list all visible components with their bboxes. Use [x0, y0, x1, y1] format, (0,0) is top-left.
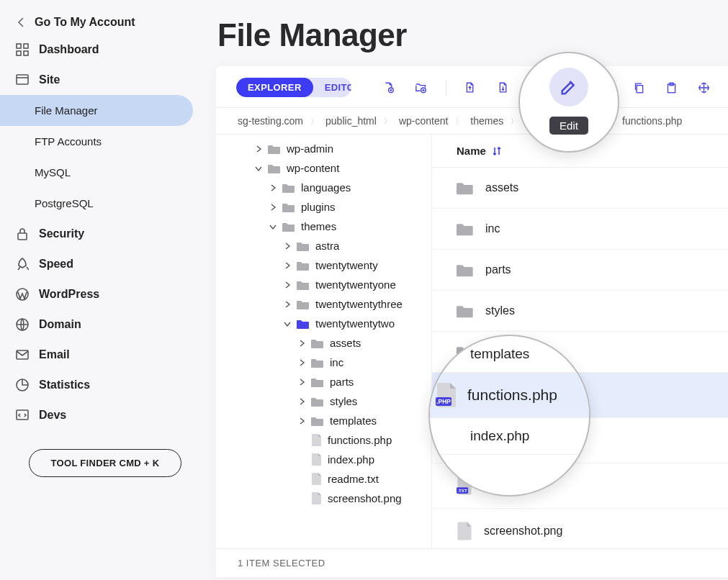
- sidebar: Go To My Account Dashboard Site File Man…: [0, 0, 202, 580]
- sort-icon[interactable]: [492, 146, 502, 156]
- divider: [446, 80, 446, 96]
- sidebar-item-postgres[interactable]: PostgreSQL: [0, 188, 202, 219]
- folder-tree[interactable]: wp-adminwp-contentlanguagespluginsthemes…: [216, 135, 432, 549]
- new-folder-icon[interactable]: [415, 81, 426, 94]
- file-row-screenshot.png[interactable]: screenshot.png: [432, 509, 728, 549]
- nav-email[interactable]: Email: [0, 340, 202, 370]
- svg-rect-17: [637, 85, 642, 92]
- lock-icon: [16, 227, 29, 240]
- svg-rect-5: [24, 44, 28, 48]
- zoom-functions-row[interactable]: functions.php: [430, 373, 589, 418]
- file-row-parts[interactable]: parts: [432, 250, 728, 291]
- crumb-3[interactable]: themes: [470, 115, 503, 127]
- crumb-2[interactable]: wp-content: [399, 115, 448, 127]
- nav-wordpress[interactable]: WordPress: [0, 279, 202, 309]
- svg-rect-7: [24, 51, 28, 55]
- sidebar-item-ftp[interactable]: FTP Accounts: [0, 126, 202, 157]
- move-icon[interactable]: [698, 81, 709, 94]
- arrow-left-icon: [16, 17, 27, 28]
- tree-folder-twentytwentyone[interactable]: twentytwentyone: [216, 275, 431, 294]
- tree-folder-parts[interactable]: parts: [216, 372, 431, 391]
- breadcrumb: sg-testing.com〉 public_html〉 wp-content〉…: [216, 108, 728, 135]
- pie-icon: [16, 379, 29, 391]
- site-icon: [16, 73, 29, 86]
- sidebar-item-file-manager[interactable]: File Manager: [0, 95, 193, 126]
- crumb-0[interactable]: sg-testing.com: [238, 115, 303, 127]
- download-file-icon[interactable]: [498, 81, 508, 94]
- php-file-icon: [436, 383, 457, 407]
- upload-file-icon[interactable]: [464, 81, 475, 94]
- page-title: File Manager: [216, 0, 728, 66]
- edit-tooltip: Edit: [549, 117, 588, 135]
- copy-icon[interactable]: [634, 81, 644, 94]
- tree-folder-twentytwentythree[interactable]: twentytwentythree: [216, 294, 431, 314]
- nav-statistics[interactable]: Statistics: [0, 370, 202, 400]
- tree-folder-assets[interactable]: assets: [216, 333, 431, 353]
- zoom-index-row[interactable]: index.php: [430, 418, 589, 455]
- tree-file-functions.php[interactable]: functions.php: [216, 430, 431, 450]
- tool-finder-button[interactable]: TOOL FINDER CMD + K: [29, 449, 181, 477]
- crumb-1[interactable]: public_html: [325, 115, 377, 127]
- svg-rect-4: [17, 44, 21, 48]
- tree-folder-wp-content[interactable]: wp-content: [216, 158, 431, 178]
- tree-folder-astra[interactable]: astra: [216, 236, 431, 255]
- svg-rect-8: [17, 75, 28, 84]
- file-row-styles[interactable]: styles: [432, 291, 728, 332]
- tree-folder-languages[interactable]: languages: [216, 178, 431, 197]
- tree-folder-twentytwentytwo[interactable]: twentytwentytwo: [216, 314, 431, 333]
- nav-site[interactable]: Site: [0, 65, 202, 95]
- col-name: Name: [457, 145, 486, 157]
- sidebar-item-mysql[interactable]: MySQL: [0, 157, 202, 188]
- file-row-callout: templates functions.php index.php: [428, 335, 590, 497]
- tree-file-index.php[interactable]: index.php: [216, 450, 431, 469]
- pencil-icon: [560, 78, 578, 96]
- rocket-icon: [16, 258, 29, 271]
- tree-file-readme.txt[interactable]: readme.txt: [216, 469, 431, 489]
- nav-dashboard[interactable]: Dashboard: [0, 35, 202, 65]
- toolbar: EXPLORER EDITOR: [216, 66, 728, 108]
- tree-folder-themes[interactable]: themes: [216, 217, 431, 236]
- back-label: Go To My Account: [35, 16, 135, 29]
- globe-icon: [16, 318, 29, 331]
- tree-folder-twentytwenty[interactable]: twentytwenty: [216, 255, 431, 275]
- svg-rect-6: [17, 51, 21, 55]
- tree-folder-inc[interactable]: inc: [216, 353, 431, 372]
- edit-button-zoom[interactable]: [549, 68, 588, 107]
- paste-icon[interactable]: [666, 81, 677, 94]
- tree-folder-wp-admin[interactable]: wp-admin: [216, 139, 431, 158]
- tab-explorer[interactable]: EXPLORER: [236, 78, 313, 97]
- nav-speed[interactable]: Speed: [0, 249, 202, 279]
- tree-folder-styles[interactable]: styles: [216, 391, 431, 411]
- tab-editor[interactable]: EDITOR: [313, 78, 351, 97]
- crumb-5[interactable]: functions.php: [622, 115, 682, 127]
- tree-file-screenshot.png[interactable]: screenshot.png: [216, 489, 431, 508]
- file-row-assets[interactable]: assets: [432, 168, 728, 209]
- edit-callout: Edit: [518, 52, 619, 153]
- back-to-account[interactable]: Go To My Account: [0, 10, 202, 35]
- file-row-inc[interactable]: inc: [432, 209, 728, 250]
- nav-devs[interactable]: Devs: [0, 400, 202, 430]
- wordpress-icon: [16, 288, 29, 301]
- explorer-editor-tabs: EXPLORER EDITOR: [236, 78, 351, 97]
- dashboard-icon: [16, 43, 29, 56]
- tree-folder-plugins[interactable]: plugins: [216, 197, 431, 217]
- nav-domain[interactable]: Domain: [0, 309, 202, 340]
- file-manager-panel: EXPLORER EDITOR sg-testing.com〉 public_h…: [216, 66, 728, 577]
- new-file-icon[interactable]: [383, 81, 394, 94]
- main: File Manager EXPLORER EDITOR sg-testing.…: [216, 0, 728, 580]
- email-icon: [16, 348, 29, 361]
- svg-rect-9: [18, 233, 27, 240]
- nav-security[interactable]: Security: [0, 219, 202, 249]
- tree-folder-templates[interactable]: templates: [216, 411, 431, 430]
- code-icon: [16, 409, 29, 422]
- status-bar: 1 ITEM SELECTED: [216, 548, 728, 577]
